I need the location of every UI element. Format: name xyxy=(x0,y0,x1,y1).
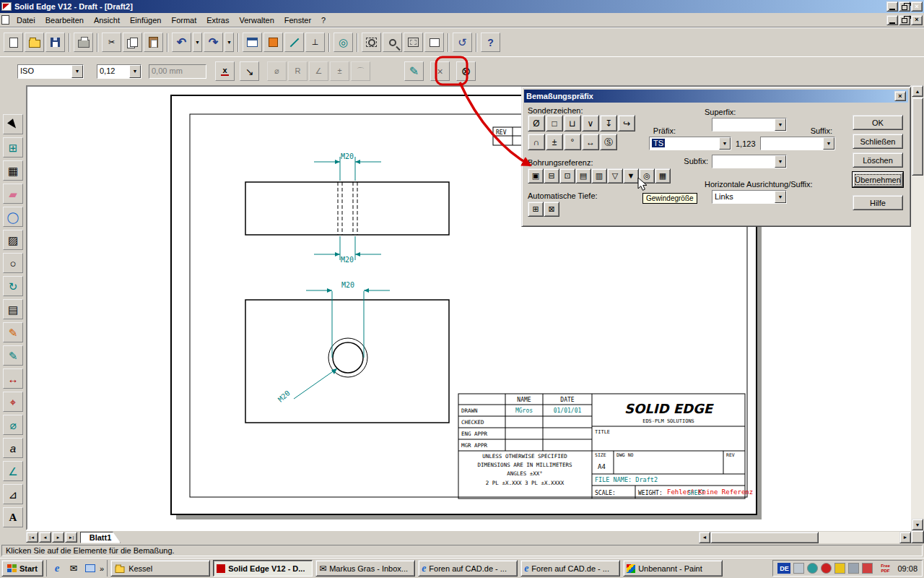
diameter-symbol-button[interactable]: Ø xyxy=(528,115,545,131)
select-tool-button[interactable] xyxy=(3,114,23,134)
previous-view-button[interactable]: ↺ xyxy=(453,33,472,52)
countersink-symbol-button[interactable]: ∨ xyxy=(582,115,599,131)
dialog-close-button[interactable]: × xyxy=(894,91,906,101)
first-sheet-button[interactable]: |◄ xyxy=(26,532,38,543)
redo-history-button[interactable]: ▼ xyxy=(225,33,234,52)
alignment-indicator-button[interactable]: ◎ xyxy=(334,33,353,52)
copy-button[interactable] xyxy=(123,33,142,52)
combo-drop-button[interactable]: ▼ xyxy=(719,137,731,150)
style-combobox[interactable]: ISO ▼ xyxy=(17,64,84,79)
alignment-combobox[interactable]: Links ▼ xyxy=(712,190,787,204)
surface-symbol-button[interactable]: Ⓢ xyxy=(600,134,617,150)
depth-symbol-button[interactable]: ↧ xyxy=(600,115,617,131)
vertical-scroll-thumb[interactable] xyxy=(912,98,923,176)
sheet-tab-blatt1[interactable]: Blatt1 xyxy=(80,532,121,543)
dimension-prefix-x-button[interactable]: × xyxy=(430,61,450,81)
scroll-down-button[interactable]: ▼ xyxy=(912,519,923,530)
mdi-minimize-button[interactable] xyxy=(886,15,898,25)
dimension-axis-button[interactable]: x xyxy=(215,61,235,81)
new-document-button[interactable] xyxy=(4,33,23,52)
language-indicator[interactable]: DE xyxy=(777,563,790,574)
auto-depth-off-button[interactable]: ⊠ xyxy=(544,202,559,217)
slot-callout-button[interactable]: ▥ xyxy=(591,168,607,184)
countersink-callout-button[interactable]: ⊡ xyxy=(559,168,575,184)
text-tool-button[interactable]: A xyxy=(3,507,23,527)
start-button[interactable]: Start xyxy=(1,560,43,577)
thread-size-button[interactable]: ◎ xyxy=(639,168,655,184)
suffix-combobox[interactable]: ▼ xyxy=(760,137,835,150)
hole-table-button[interactable]: ▦ xyxy=(655,168,671,184)
messenger-tray-icon[interactable] xyxy=(862,563,873,574)
zoom-area-button[interactable] xyxy=(362,33,381,52)
horizontal-scrollbar[interactable]: ◄ ► xyxy=(699,532,911,543)
close-button[interactable]: × xyxy=(911,1,923,12)
last-sheet-button[interactable]: ►| xyxy=(65,532,77,543)
scroll-right-button[interactable]: ► xyxy=(899,532,911,543)
antivirus-tray-icon[interactable] xyxy=(821,563,832,574)
part-view-bottom[interactable] xyxy=(245,300,449,423)
task-button-cad-forum-2[interactable]: eForen auf CAD.de - ... xyxy=(520,560,620,577)
drawing-view-tool-button[interactable]: ⊞ xyxy=(3,137,23,158)
counterbore-callout-button[interactable]: ⊟ xyxy=(544,168,559,184)
previous-sheet-button[interactable]: ◄ xyxy=(39,532,51,543)
combo-drop-button[interactable]: ▼ xyxy=(71,65,83,78)
redo-button[interactable]: ↷ xyxy=(204,33,223,52)
cut-button[interactable]: ✂ xyxy=(102,33,121,52)
edit-prefix-button[interactable]: ✎ xyxy=(404,61,424,81)
angle-dimension-tool-button[interactable]: ∠ xyxy=(3,461,23,481)
minimize-button[interactable] xyxy=(886,1,898,12)
task-button-outlook[interactable]: ✉Markus Gras - Inbox... xyxy=(315,560,415,577)
depth-callout-button[interactable]: ▤ xyxy=(575,168,591,184)
task-button-cad-forum-1[interactable]: eForen auf CAD.de - ... xyxy=(418,560,518,577)
axes-button[interactable]: ⊥ xyxy=(305,33,325,52)
table-tool-button[interactable]: ▤ xyxy=(3,299,23,319)
menu-datei[interactable]: Datei xyxy=(12,14,40,26)
hatch-tool-button[interactable]: ▨ xyxy=(3,230,23,250)
pan-button[interactable] xyxy=(424,33,444,52)
paste-button[interactable] xyxy=(144,33,163,52)
combo-drop-button[interactable]: ▼ xyxy=(775,155,786,168)
mdi-close-button[interactable]: × xyxy=(911,15,923,25)
ok-button[interactable]: OK xyxy=(853,115,903,130)
square-symbol-button[interactable]: □ xyxy=(546,115,563,131)
counterbore-symbol-button[interactable]: ⊔ xyxy=(564,115,581,131)
fit-button[interactable] xyxy=(404,33,423,52)
combo-drop-button[interactable]: ▼ xyxy=(775,191,786,203)
circle-tool-button[interactable]: ○ xyxy=(3,253,23,273)
diameter-dimension-tool-button[interactable]: ⌀ xyxy=(3,415,23,435)
coordinate-dimension-tool-button[interactable]: ⌖ xyxy=(3,392,23,412)
angle-between-tool-button[interactable]: ⊿ xyxy=(3,484,23,504)
schliessen-button[interactable]: Schließen xyxy=(853,134,903,149)
combo-drop-button[interactable]: ▼ xyxy=(775,118,786,131)
prefix-edit-tool-button[interactable]: ✎ xyxy=(3,345,23,366)
sheet-setup-button[interactable] xyxy=(243,33,262,52)
zoom-button[interactable] xyxy=(383,33,402,52)
taper-symbol-button[interactable]: ↪ xyxy=(618,115,635,131)
scroll-up-button[interactable]: ▲ xyxy=(912,85,923,97)
leader-tool-button[interactable]: a xyxy=(3,438,23,458)
edit-annotation-tool-button[interactable]: ✎ xyxy=(3,322,23,342)
countersink-angle-button[interactable]: ▽ xyxy=(607,168,623,184)
connector-button[interactable] xyxy=(284,33,304,52)
abort-button[interactable]: ⊗ xyxy=(456,61,476,81)
menu-extras[interactable]: Extras xyxy=(201,14,234,26)
superfix-combobox[interactable]: ▼ xyxy=(712,118,787,131)
printer-tray-icon[interactable] xyxy=(848,563,859,574)
task-button-kessel[interactable]: Kessel xyxy=(110,560,210,577)
combo-drop-button[interactable]: ▼ xyxy=(129,65,141,78)
menu-verwalten[interactable]: Verwalten xyxy=(234,14,279,26)
grid-tool-button[interactable]: ▦ xyxy=(3,160,23,181)
horizontal-scroll-thumb[interactable] xyxy=(710,532,819,543)
part-view-top[interactable] xyxy=(245,182,449,235)
mdi-restore-button[interactable] xyxy=(899,15,910,25)
internet-explorer-quicklaunch-icon[interactable]: e xyxy=(50,563,64,574)
quicklaunch-chevron-icon[interactable]: » xyxy=(100,564,104,573)
show-desktop-quicklaunch-icon[interactable] xyxy=(83,564,97,572)
hilfe-button[interactable]: Hilfe xyxy=(853,195,903,210)
subfix-combobox[interactable]: ▼ xyxy=(712,155,787,168)
menu-bearbeiten[interactable]: Bearbeiten xyxy=(40,14,89,26)
menu-einfuegen[interactable]: Einfügen xyxy=(125,14,166,26)
hole-callout-button[interactable]: ▣ xyxy=(528,168,544,184)
taper-callout-button[interactable]: ▼ xyxy=(623,168,639,184)
auto-depth-on-button[interactable]: ⊞ xyxy=(528,202,544,217)
